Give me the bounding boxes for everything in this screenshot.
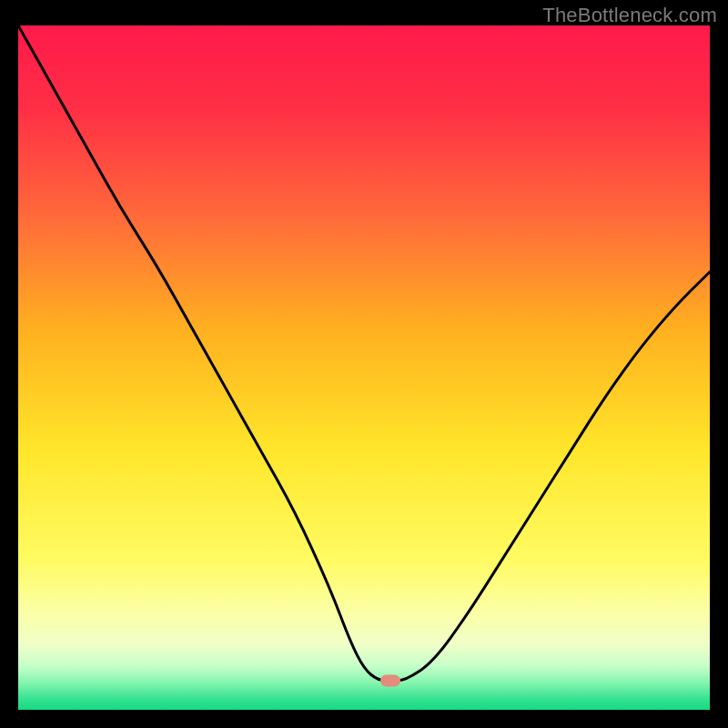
- plot-area: [18, 25, 710, 710]
- chart-frame: TheBottleneck.com: [0, 0, 728, 728]
- bottleneck-curve: [18, 25, 710, 710]
- watermark-text: TheBottleneck.com: [542, 4, 717, 27]
- optimal-marker: [380, 674, 400, 686]
